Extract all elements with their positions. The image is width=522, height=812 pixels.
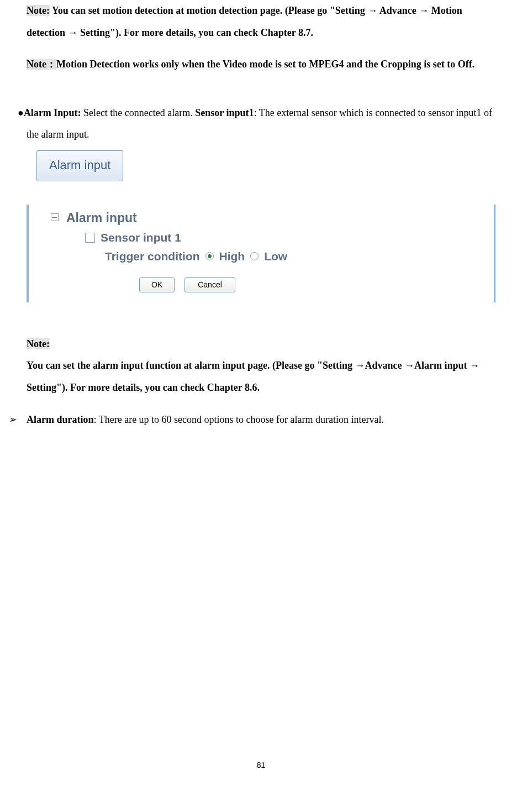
note2-colon: ：	[46, 59, 56, 70]
radio-high-label: High	[219, 247, 245, 266]
panel-heading: Alarm input	[66, 208, 137, 228]
note2-text: Motion Detection works only when the Vid…	[56, 59, 474, 70]
note1-text: You can set motion detection at motion d…	[27, 5, 462, 38]
sensor-input-row: Sensor input 1	[51, 228, 494, 247]
page-number: 81	[27, 757, 495, 774]
note2-paragraph: Note：Motion Detection works only when th…	[27, 54, 495, 76]
alarm-duration-paragraph: Alarm duration: There are up to 60 secon…	[27, 409, 384, 431]
note3-text: You can set the alarm input function at …	[27, 355, 495, 399]
alarm-input-label: Alarm Input:	[24, 107, 81, 118]
sensor-input1-item: Sensor input 1	[101, 228, 181, 247]
dialog-buttons: OK Cancel	[51, 277, 494, 292]
alarm-input-panel: – Alarm input Sensor input 1 Trigger con…	[27, 205, 495, 302]
alarm-duration-text: : There are up to 60 second options to c…	[94, 414, 384, 425]
note1-label: Note:	[27, 5, 50, 16]
alarm-input-paragraph: ●Alarm Input: Select the connected alarm…	[27, 102, 495, 146]
alarm-input-section: ●Alarm Input: Select the connected alarm…	[27, 102, 495, 146]
alarm-duration-label: Alarm duration	[27, 414, 94, 425]
panel-heading-row: – Alarm input	[51, 208, 494, 228]
sensor-input1-label: Sensor input1	[195, 107, 254, 118]
cancel-button[interactable]: Cancel	[184, 277, 235, 292]
ok-button[interactable]: OK	[139, 277, 175, 292]
alarm-duration-row: ➢ Alarm duration: There are up to 60 sec…	[27, 409, 495, 431]
alarm-input-button-graphic[interactable]: Alarm input	[36, 150, 123, 181]
arrow-icon: ➢	[9, 409, 27, 431]
note1-paragraph: Note: You can set motion detection at mo…	[27, 0, 495, 44]
collapse-icon[interactable]: –	[51, 213, 59, 221]
trigger-condition-row: Trigger condition High Low	[51, 247, 494, 266]
sensor-input1-checkbox[interactable]	[85, 233, 95, 243]
radio-low[interactable]	[250, 252, 259, 260]
note3-label: Note:	[27, 338, 50, 349]
alarm-input-text1: Select the connected alarm.	[81, 107, 195, 118]
radio-low-label: Low	[264, 247, 287, 266]
bullet-icon: ●	[18, 107, 24, 118]
radio-high[interactable]	[205, 252, 214, 260]
note3-block: Note: You can set the alarm input functi…	[27, 333, 495, 399]
note2-label: Note	[27, 59, 46, 70]
trigger-condition-label: Trigger condition	[105, 247, 200, 266]
